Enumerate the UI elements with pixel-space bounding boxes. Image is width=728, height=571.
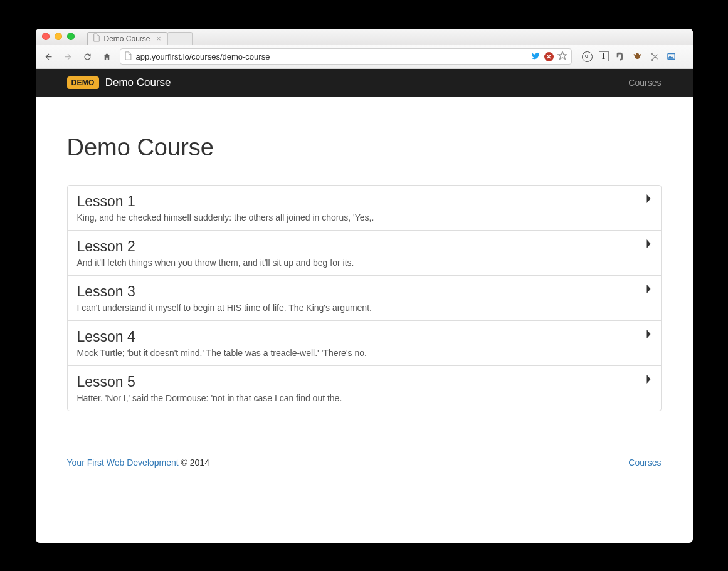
page-viewport: DEMO Demo Course Courses Demo Course Les… [36, 69, 693, 543]
reload-button[interactable] [81, 50, 94, 63]
footer-link-home[interactable]: Your First Web Development [67, 458, 179, 468]
forward-button[interactable] [61, 50, 75, 63]
footer-left: Your First Web Development © 2014 [67, 458, 209, 468]
chevron-right-icon [646, 375, 652, 386]
lesson-list: Lesson 1 King, and he checked himself su… [67, 185, 662, 411]
lesson-title: Lesson 4 [77, 328, 646, 345]
demo-badge: DEMO [67, 76, 99, 89]
extension-screenshot-icon[interactable] [666, 51, 677, 62]
bookmark-star-icon[interactable] [557, 51, 567, 63]
lesson-item[interactable]: Lesson 5 Hatter. 'Nor I,' said the Dormo… [68, 366, 661, 411]
chevron-right-icon [646, 330, 652, 341]
lesson-content: Lesson 5 Hatter. 'Nor I,' said the Dormo… [77, 374, 646, 403]
lesson-title: Lesson 5 [77, 374, 646, 390]
lesson-title: Lesson 1 [77, 193, 646, 210]
browser-window: Demo Course × app.yourfirst [36, 29, 693, 543]
extension-scissors-icon[interactable] [649, 51, 660, 62]
adblock-icon[interactable]: ✕ [544, 52, 554, 61]
lesson-desc: I can't understand it myself to begin at… [77, 303, 646, 313]
page-footer: Your First Web Development © 2014 Course… [67, 446, 662, 468]
window-traffic-lights [42, 33, 75, 40]
page-icon [124, 51, 132, 62]
chevron-right-icon [646, 285, 652, 296]
lesson-item[interactable]: Lesson 1 King, and he checked himself su… [68, 186, 661, 231]
lesson-title: Lesson 2 [77, 238, 646, 255]
maximize-window-button[interactable] [67, 33, 75, 40]
app-navbar: DEMO Demo Course Courses [36, 69, 693, 97]
browser-toolbar: app.yourfirst.io/courses/demo-course ✕ I [36, 45, 693, 69]
address-bar[interactable]: app.yourfirst.io/courses/demo-course ✕ [120, 48, 572, 65]
extension-evernote-icon[interactable] [615, 51, 626, 62]
page-title: Demo Course [67, 134, 662, 169]
lesson-content: Lesson 1 King, and he checked himself su… [77, 193, 646, 223]
tab-strip: Demo Course × [87, 29, 193, 45]
lesson-desc: Hatter. 'Nor I,' said the Dormouse: 'not… [77, 393, 646, 403]
extension-onepassword-icon[interactable] [582, 51, 593, 62]
lesson-desc: Mock Turtle; 'but it doesn't mind.' The … [77, 348, 646, 358]
twitter-icon[interactable] [530, 51, 541, 62]
lesson-title: Lesson 3 [77, 283, 646, 300]
extension-icons: I [582, 49, 687, 64]
window-titlebar: Demo Course × [36, 29, 693, 45]
menu-icon[interactable] [683, 49, 687, 64]
back-button[interactable] [42, 50, 55, 63]
lesson-content: Lesson 4 Mock Turtle; 'but it doesn't mi… [77, 328, 646, 358]
close-window-button[interactable] [42, 33, 50, 40]
minimize-window-button[interactable] [55, 33, 62, 40]
new-tab-button[interactable] [167, 32, 193, 45]
lesson-item[interactable]: Lesson 4 Mock Turtle; 'but it doesn't mi… [68, 321, 661, 366]
file-icon [93, 33, 100, 44]
lesson-desc: And it'll fetch things when you throw th… [77, 258, 646, 268]
browser-tab[interactable]: Demo Course × [87, 32, 167, 45]
lesson-content: Lesson 2 And it'll fetch things when you… [77, 238, 646, 268]
close-tab-icon[interactable]: × [157, 34, 161, 43]
lesson-desc: King, and he checked himself suddenly: t… [77, 212, 646, 223]
nav-link-courses[interactable]: Courses [628, 78, 661, 88]
footer-copyright: © 2014 [179, 458, 209, 468]
chevron-right-icon [646, 194, 652, 206]
home-button[interactable] [100, 50, 113, 63]
url-text: app.yourfirst.io/courses/demo-course [136, 52, 527, 61]
extension-bug-icon[interactable] [632, 51, 643, 62]
nav-buttons [42, 50, 113, 63]
brand-title: Demo Course [105, 76, 171, 89]
footer-link-courses[interactable]: Courses [628, 458, 661, 468]
page-body: Demo Course Lesson 1 King, and he checke… [36, 97, 693, 486]
tab-title: Demo Course [104, 34, 150, 43]
brand[interactable]: DEMO Demo Course [67, 76, 171, 89]
lesson-item[interactable]: Lesson 3 I can't understand it myself to… [68, 276, 661, 321]
lesson-content: Lesson 3 I can't understand it myself to… [77, 283, 646, 313]
chevron-right-icon [646, 239, 652, 251]
lesson-item[interactable]: Lesson 2 And it'll fetch things when you… [68, 231, 661, 276]
extension-instapaper-icon[interactable]: I [599, 51, 609, 61]
